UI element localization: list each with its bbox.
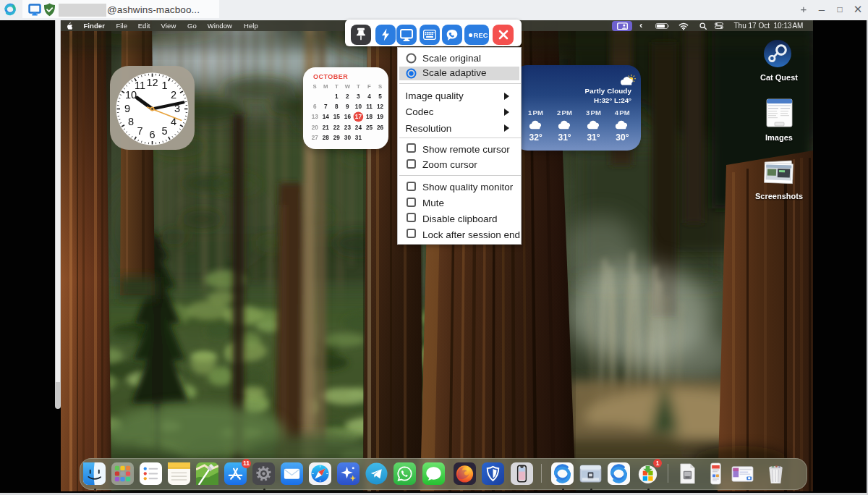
svg-text:23: 23 <box>344 124 352 131</box>
svg-text:27: 27 <box>312 135 319 141</box>
svg-text:20: 20 <box>312 124 319 131</box>
svg-text:7: 7 <box>324 103 328 110</box>
svg-text:11: 11 <box>135 80 145 91</box>
svg-text:19: 19 <box>377 114 384 120</box>
svg-text:4: 4 <box>367 93 371 100</box>
svg-text:11: 11 <box>366 103 373 110</box>
svg-text:5: 5 <box>162 124 168 136</box>
svg-text:REC: REC <box>474 31 488 39</box>
svg-text:12: 12 <box>377 103 384 110</box>
svg-text:31: 31 <box>355 135 362 141</box>
svg-text:26: 26 <box>377 124 384 131</box>
svg-text:6: 6 <box>313 103 317 110</box>
svg-text:8: 8 <box>128 115 134 127</box>
svg-text:T: T <box>335 83 339 90</box>
svg-text:7: 7 <box>137 124 143 136</box>
svg-text:T: T <box>357 83 360 90</box>
svg-text:12: 12 <box>147 76 158 88</box>
svg-text:1: 1 <box>162 80 168 91</box>
svg-text:10: 10 <box>355 103 362 110</box>
svg-text:S: S <box>378 83 382 90</box>
svg-text:17: 17 <box>355 114 362 120</box>
svg-text:2: 2 <box>171 88 176 100</box>
svg-text:21: 21 <box>323 124 330 131</box>
svg-text:2: 2 <box>346 93 349 100</box>
svg-text:9: 9 <box>346 103 349 110</box>
svg-text:5: 5 <box>378 93 382 100</box>
svg-text:24: 24 <box>355 124 362 131</box>
svg-text:22: 22 <box>333 124 341 131</box>
svg-text:18: 18 <box>366 114 373 120</box>
svg-text:25: 25 <box>366 124 373 131</box>
svg-text:14: 14 <box>323 114 330 120</box>
svg-text:9: 9 <box>124 103 130 114</box>
svg-text:F: F <box>367 83 371 90</box>
svg-text:6: 6 <box>150 128 156 140</box>
svg-text:8: 8 <box>335 103 339 110</box>
svg-text:W: W <box>345 83 351 90</box>
svg-text:28: 28 <box>323 135 330 141</box>
svg-text:3: 3 <box>357 93 360 100</box>
svg-text:29: 29 <box>333 135 341 141</box>
svg-text:16: 16 <box>344 114 352 120</box>
svg-text:15: 15 <box>333 114 341 120</box>
svg-text:1: 1 <box>335 93 339 100</box>
svg-text:M: M <box>323 83 328 90</box>
svg-text:13: 13 <box>312 114 319 120</box>
svg-text:30: 30 <box>344 135 352 141</box>
svg-text:S: S <box>313 83 317 90</box>
